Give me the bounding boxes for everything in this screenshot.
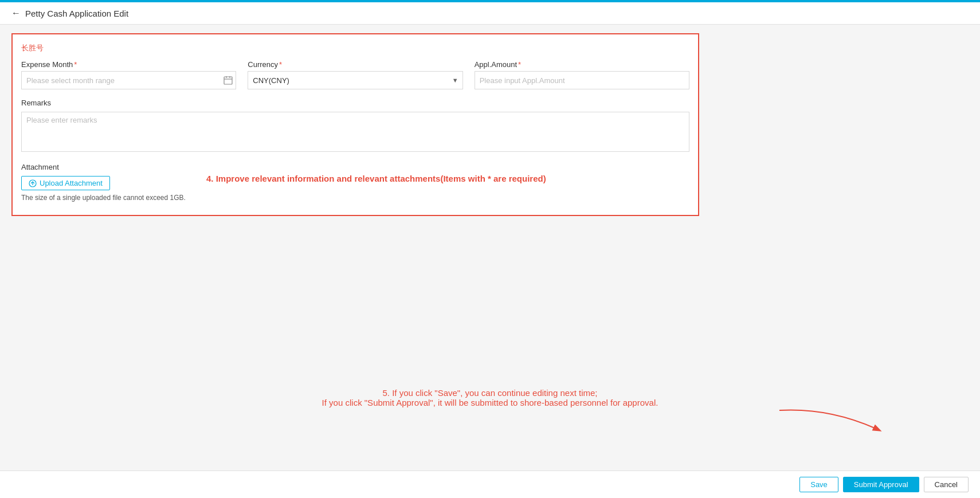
attachment-label: Attachment (21, 163, 689, 171)
required-star-currency: * (279, 60, 282, 69)
calendar-icon-button[interactable] (224, 76, 233, 85)
footer-bar: Save Submit Approval Cancel (0, 470, 980, 498)
submit-approval-button[interactable]: Submit Approval (843, 477, 919, 492)
required-star: * (74, 60, 77, 69)
remarks-label: Remarks (21, 99, 689, 107)
red-arrow-annotation (774, 405, 888, 439)
appl-amount-group: Appl.Amount* (475, 60, 689, 89)
upload-attachment-button[interactable]: Upload Attachment (21, 176, 110, 190)
page-title: Petty Cash Application Edit (25, 9, 128, 18)
save-button[interactable]: Save (799, 477, 838, 492)
header: ← Petty Cash Application Edit (0, 2, 980, 25)
appl-amount-input-wrapper (475, 71, 689, 89)
expense-month-input[interactable] (21, 71, 236, 89)
attachment-section: Attachment Upload Attachment The size of… (21, 163, 689, 202)
remarks-textarea[interactable] (21, 112, 689, 152)
currency-group: Currency* CNY(CNY) USD(USD) EUR(EUR) ▼ (248, 60, 462, 89)
annotation-step5: 5. If you click "Save", you can continue… (322, 388, 658, 407)
expense-month-label: Expense Month* (21, 60, 236, 69)
currency-label: Currency* (248, 60, 462, 69)
remarks-section: Remarks (21, 99, 689, 154)
main-content: 长胜号 Expense Month* (0, 25, 980, 470)
expense-month-input-wrapper (21, 71, 236, 89)
cancel-button[interactable]: Cancel (924, 477, 969, 492)
form-card: 长胜号 Expense Month* (11, 33, 699, 216)
currency-select-wrapper: CNY(CNY) USD(USD) EUR(EUR) ▼ (248, 71, 462, 89)
currency-select[interactable]: CNY(CNY) USD(USD) EUR(EUR) (248, 71, 462, 89)
svg-rect-0 (224, 77, 232, 84)
appl-amount-label: Appl.Amount* (475, 60, 689, 69)
expense-month-group: Expense Month* (21, 60, 236, 89)
file-size-note: The size of a single uploaded file canno… (21, 194, 689, 202)
upload-button-label: Upload Attachment (40, 179, 103, 187)
required-star-amount: * (518, 60, 521, 69)
back-button[interactable]: ← (11, 8, 21, 18)
vessel-label: 长胜号 (21, 43, 689, 53)
form-row-1: Expense Month* Curre (21, 60, 689, 89)
appl-amount-input[interactable] (475, 71, 689, 89)
